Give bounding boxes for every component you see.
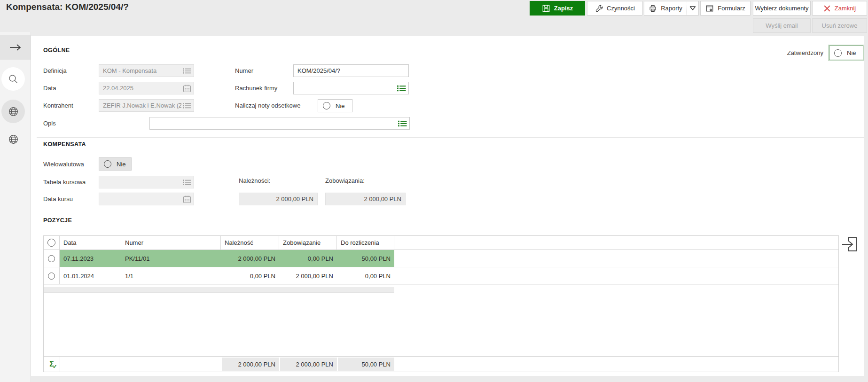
row-data[interactable]: 07.11.2023 PK/11/01 2 000,00 PLN 0,00 PL…	[60, 250, 394, 267]
column-header-receivable[interactable]: Należność	[221, 236, 279, 249]
select-all-cell[interactable]	[44, 236, 60, 249]
interest-notes-label: Naliczaj noty odsetkowe	[235, 99, 300, 112]
definition-value: KOM - Kompensata	[103, 67, 156, 74]
calendar-icon	[183, 84, 191, 93]
rate-table-label: Tabela kursowa	[43, 176, 86, 188]
column-header-date[interactable]: Data	[60, 236, 121, 249]
column-header-number[interactable]: Numer	[121, 236, 221, 249]
interest-notes-value: Nie	[336, 102, 345, 109]
section-divider	[37, 214, 864, 214]
list-icon	[183, 102, 191, 109]
column-header-filler	[394, 236, 838, 249]
cell-receivable: 2 000,00 PLN	[221, 250, 279, 267]
sigma-check-icon: Σ✓	[49, 360, 54, 368]
remove-zero-button[interactable]: Usuń zerowe	[812, 18, 867, 33]
empty-row-strip	[44, 287, 394, 293]
sidebar-expand-button[interactable]	[0, 35, 31, 60]
select-all-radio[interactable]	[47, 239, 55, 247]
rate-date-label: Data kursu	[43, 193, 73, 205]
page-title: Kompensata: KOM/2025/04/?	[6, 2, 129, 12]
choose-documents-label: Wybierz dokumenty	[755, 5, 808, 12]
row-radio[interactable]	[48, 255, 55, 262]
company-account-field[interactable]	[293, 82, 409, 94]
row-select-cell[interactable]	[44, 267, 60, 284]
arrow-right-icon	[8, 43, 23, 52]
search-icon	[8, 74, 19, 85]
row-radio[interactable]	[48, 273, 55, 280]
form-label: Formularz	[718, 5, 745, 12]
chevron-down-icon	[689, 6, 696, 11]
cell-date: 01.01.2024	[60, 267, 121, 284]
company-account-label: Rachunek firmy	[235, 82, 277, 94]
app-root: Kompensata: KOM/2025/04/? Zapisz Czynnoś…	[0, 0, 868, 382]
radio-icon	[834, 49, 842, 57]
add-positions-button[interactable]	[842, 236, 859, 252]
date-value: 22.04.2025	[103, 85, 133, 92]
sidebar-search-button[interactable]	[1, 67, 25, 91]
summary-to-settle: 50,00 PLN	[338, 358, 394, 371]
description-field[interactable]	[149, 117, 410, 130]
receivables-label: Należności:	[239, 174, 270, 187]
rate-date-field	[99, 193, 194, 205]
contractor-field: ZEFIR J.Nowak i E.Nowak (Z	[99, 99, 194, 112]
number-label: Numer	[235, 64, 253, 77]
column-header-liability[interactable]: Zobowiązanie	[279, 236, 337, 249]
column-header-to-settle[interactable]: Do rozliczenia	[337, 236, 394, 249]
receivables-total: 2 000,00 PLN	[239, 193, 318, 205]
actions-label: Czynności	[607, 5, 635, 12]
save-label: Zapisz	[554, 5, 573, 12]
calendar-icon	[183, 195, 191, 203]
section-title-positions: POZYCJE	[43, 217, 72, 224]
actions-button[interactable]: Czynności	[587, 1, 642, 16]
globe-icon	[8, 106, 19, 117]
row-select-cell[interactable]	[44, 250, 60, 267]
number-value: KOM/2025/04/?	[297, 67, 340, 74]
sidebar-globe2-button[interactable]	[8, 133, 19, 145]
form-button[interactable]: Formularz	[700, 1, 751, 16]
printer-icon	[649, 4, 657, 13]
approved-toggle[interactable]: Nie	[829, 46, 863, 60]
reports-split-button: Raporty	[644, 1, 699, 16]
cell-number: 1/1	[121, 267, 221, 284]
section-title-general: OGÓLNE	[43, 47, 70, 54]
close-button[interactable]: Zamknij	[812, 1, 867, 16]
section-title-compensation: KOMPENSATA	[43, 141, 86, 148]
row-data[interactable]: 01.01.2024 1/1 0,00 PLN 2 000,00 PLN 0,0…	[60, 267, 394, 284]
list-icon-green[interactable]	[398, 120, 407, 127]
date-field: 22.04.2025	[99, 82, 194, 94]
contractor-label: Kontrahent	[43, 99, 73, 112]
number-field[interactable]: KOM/2025/04/?	[293, 64, 409, 77]
save-icon	[542, 4, 550, 13]
table-header-row: Data Numer Należność Zobowiązanie Do roz…	[44, 236, 838, 250]
approved-value: Nie	[847, 49, 856, 56]
form-gear-icon	[705, 4, 714, 13]
list-icon	[183, 68, 191, 74]
send-email-label: Wyślij email	[766, 22, 798, 29]
contractor-value: ZEFIR J.Nowak i E.Nowak (Z	[103, 102, 181, 109]
positions-table: Data Numer Należność Zobowiązanie Do roz…	[43, 235, 839, 372]
save-button[interactable]: Zapisz	[530, 1, 585, 16]
approved-label: Zatwierdzony	[763, 47, 823, 59]
radio-icon	[104, 160, 111, 168]
multicurrency-label: Wielowalutowa	[43, 157, 84, 171]
liabilities-total: 2 000,00 PLN	[325, 193, 406, 205]
choose-documents-button[interactable]: Wybierz dokumenty	[753, 1, 811, 16]
reports-button[interactable]: Raporty	[644, 1, 687, 16]
close-label: Zamknij	[835, 5, 856, 12]
summary-liability: 2 000,00 PLN	[280, 358, 337, 371]
sidebar-globe-button[interactable]	[1, 100, 25, 123]
interest-notes-toggle[interactable]: Nie	[318, 99, 352, 112]
definition-label: Definicja	[43, 64, 67, 77]
multicurrency-value: Nie	[117, 161, 126, 168]
radio-icon	[323, 102, 330, 109]
reports-label: Raporty	[661, 5, 682, 12]
list-icon-green[interactable]	[397, 85, 406, 92]
sum-cell[interactable]: Σ✓	[44, 357, 60, 372]
table-row[interactable]: 01.01.2024 1/1 0,00 PLN 2 000,00 PLN 0,0…	[44, 267, 838, 285]
cell-liability: 0,00 PLN	[279, 250, 337, 267]
reports-dropdown-button[interactable]	[687, 1, 699, 16]
table-row[interactable]: 07.11.2023 PK/11/01 2 000,00 PLN 0,00 PL…	[44, 250, 838, 267]
cell-date: 07.11.2023	[60, 250, 121, 267]
send-email-button[interactable]: Wyślij email	[753, 18, 811, 33]
wrench-icon	[594, 4, 603, 13]
